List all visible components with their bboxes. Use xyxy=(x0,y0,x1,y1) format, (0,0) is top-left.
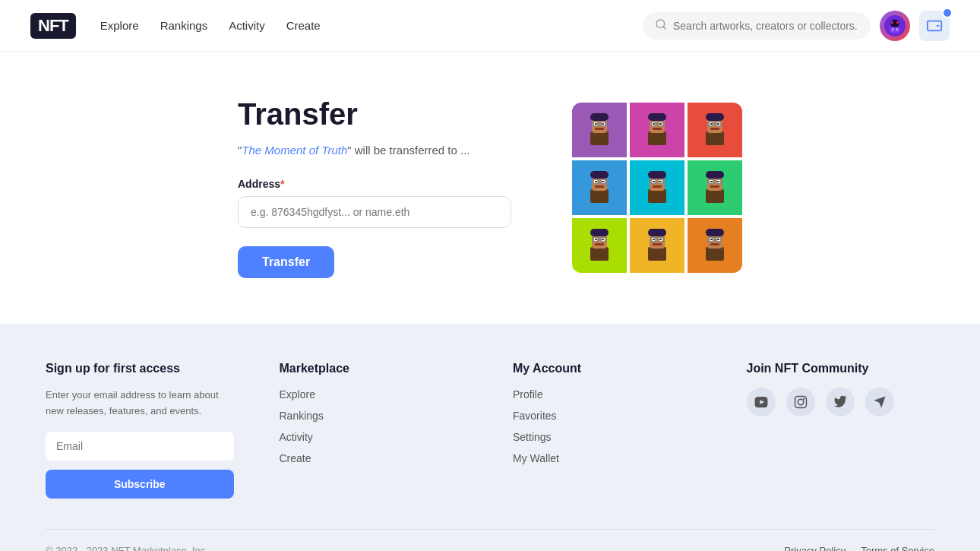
svg-rect-90 xyxy=(595,243,604,245)
svg-rect-88 xyxy=(595,239,597,240)
footer-bottom-links: Privacy Policy Terms of Service xyxy=(784,545,934,551)
svg-rect-53 xyxy=(602,181,604,182)
svg-rect-42 xyxy=(710,128,719,130)
footer-link-activity[interactable]: Activity xyxy=(280,431,313,443)
svg-rect-77 xyxy=(717,181,719,182)
footer-bottom: © 2022 - 2023 NFT Marketplace, Inc Priva… xyxy=(46,529,934,551)
footer-account-links: ProfileFavoritesSettingsMy Wallet xyxy=(513,388,701,465)
search-bar[interactable] xyxy=(643,12,871,40)
svg-rect-109 xyxy=(706,229,724,236)
svg-rect-59 xyxy=(648,189,666,203)
svg-point-119 xyxy=(798,399,804,405)
svg-rect-118 xyxy=(795,397,806,408)
svg-line-1 xyxy=(663,27,665,29)
footer-signup-title: Sign up for first access xyxy=(46,362,234,375)
svg-rect-13 xyxy=(590,113,609,121)
footer-account-link-item: Settings xyxy=(513,430,701,444)
footer-community-section: Join NFT Community xyxy=(747,362,935,499)
nft-cell-2 xyxy=(630,103,684,157)
logo[interactable]: NFT xyxy=(30,13,76,39)
twitter-icon[interactable] xyxy=(826,388,855,416)
svg-rect-5 xyxy=(892,27,894,30)
footer-account-link-item: Favorites xyxy=(513,409,701,423)
svg-rect-61 xyxy=(648,171,666,179)
search-icon xyxy=(655,18,667,33)
svg-rect-64 xyxy=(653,181,655,182)
nft-cell-3 xyxy=(688,103,742,157)
footer-link-create[interactable]: Create xyxy=(280,452,311,464)
svg-rect-40 xyxy=(710,123,713,125)
footer-signup-section: Sign up for first access Enter your emai… xyxy=(46,362,234,499)
svg-rect-54 xyxy=(595,185,604,188)
footer-marketplace-link-item: Create xyxy=(280,451,468,465)
svg-point-8 xyxy=(896,21,899,24)
required-marker: * xyxy=(280,178,284,190)
address-input[interactable] xyxy=(238,196,511,228)
svg-rect-16 xyxy=(595,123,597,125)
footer-account-link-settings[interactable]: Settings xyxy=(513,431,552,443)
footer-link-explore[interactable]: Explore xyxy=(280,388,315,401)
svg-rect-30 xyxy=(653,128,662,130)
wallet-badge xyxy=(942,8,953,18)
header-left: NFT Explore Rankings Activity Create xyxy=(30,13,321,39)
nft-cell-5 xyxy=(630,160,684,215)
telegram-icon[interactable] xyxy=(865,388,894,416)
svg-rect-71 xyxy=(706,189,724,203)
email-input[interactable] xyxy=(56,440,223,452)
email-input-wrap[interactable] xyxy=(46,432,234,461)
svg-rect-52 xyxy=(595,181,597,182)
subtitle-suffix: " will be transferred to ... xyxy=(347,144,469,157)
svg-rect-95 xyxy=(648,247,666,261)
svg-point-120 xyxy=(803,398,805,400)
nav-explore[interactable]: Explore xyxy=(100,19,139,32)
footer-account-link-my-wallet[interactable]: My Wallet xyxy=(513,452,559,464)
footer: Sign up for first access Enter your emai… xyxy=(0,324,980,551)
footer-account-link-profile[interactable]: Profile xyxy=(513,388,543,401)
svg-rect-66 xyxy=(653,185,662,188)
footer-link-rankings[interactable]: Rankings xyxy=(280,410,324,422)
svg-point-3 xyxy=(890,19,899,27)
nav-create[interactable]: Create xyxy=(286,19,321,32)
nav-activity[interactable]: Activity xyxy=(229,19,265,32)
svg-rect-49 xyxy=(590,171,609,179)
social-icons xyxy=(747,388,935,416)
subtitle-highlight: The Moment of Truth xyxy=(242,144,347,157)
wallet-button[interactable] xyxy=(919,11,950,41)
avatar[interactable] xyxy=(880,11,910,41)
search-input[interactable] xyxy=(673,20,858,32)
svg-rect-4 xyxy=(890,27,900,33)
svg-rect-107 xyxy=(706,247,724,261)
svg-rect-113 xyxy=(717,239,719,240)
nav-rankings[interactable]: Rankings xyxy=(160,19,208,32)
instagram-icon[interactable] xyxy=(786,388,815,416)
svg-rect-41 xyxy=(717,123,719,125)
transfer-subtitle: "The Moment of Truth" will be transferre… xyxy=(238,144,511,157)
svg-rect-101 xyxy=(659,239,662,240)
svg-rect-89 xyxy=(602,239,604,240)
privacy-link[interactable]: Privacy Policy xyxy=(784,545,846,551)
transfer-button[interactable]: Transfer xyxy=(238,246,334,278)
svg-rect-73 xyxy=(706,171,724,179)
svg-rect-65 xyxy=(659,181,662,182)
svg-rect-17 xyxy=(602,123,604,125)
svg-rect-76 xyxy=(710,181,713,182)
terms-link[interactable]: Terms of Service xyxy=(861,545,934,551)
nft-cell-8 xyxy=(630,218,684,273)
subscribe-button[interactable]: Subscribe xyxy=(46,470,234,499)
footer-marketplace-section: Marketplace ExploreRankingsActivityCreat… xyxy=(280,362,468,499)
svg-rect-23 xyxy=(648,131,666,145)
svg-rect-85 xyxy=(590,229,609,236)
footer-signup-description: Enter your email address to learn about … xyxy=(46,388,234,420)
footer-marketplace-link-item: Activity xyxy=(280,430,468,444)
nft-grid xyxy=(572,103,742,273)
nft-cell-1 xyxy=(572,103,627,157)
main-content: Transfer "The Moment of Truth" will be t… xyxy=(0,52,980,324)
transfer-form: Transfer "The Moment of Truth" will be t… xyxy=(238,97,511,278)
address-label: Address* xyxy=(238,178,511,190)
header-right xyxy=(643,11,950,41)
youtube-icon[interactable] xyxy=(747,388,776,416)
svg-rect-78 xyxy=(710,185,719,188)
footer-account-link-favorites[interactable]: Favorites xyxy=(513,410,557,422)
footer-marketplace-links: ExploreRankingsActivityCreate xyxy=(280,388,468,465)
svg-rect-112 xyxy=(710,239,713,240)
